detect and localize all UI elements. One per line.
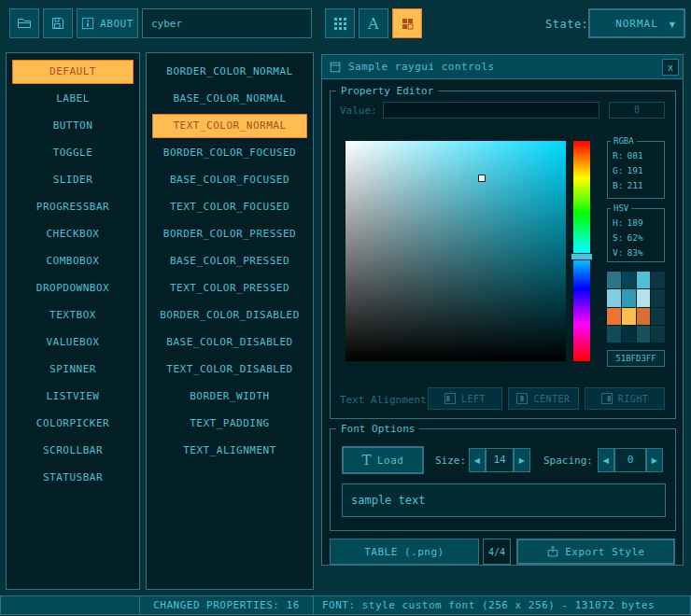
list-item-base_color_disabled[interactable]: BASE_COLOR_DISABLED: [152, 330, 307, 355]
save-style-button[interactable]: [43, 8, 73, 38]
hue-bar[interactable]: [573, 141, 590, 361]
arrow-right-icon: ▶: [519, 456, 526, 465]
state-dropdown[interactable]: NORMAL ▼: [588, 8, 685, 38]
color-swatch[interactable]: [651, 272, 665, 288]
export-style-button[interactable]: Export Style: [516, 539, 675, 565]
list-item-checkbox[interactable]: CHECKBOX: [12, 222, 134, 246]
size-value[interactable]: 14: [486, 448, 514, 472]
color-swatch[interactable]: [622, 308, 636, 325]
list-item-listview[interactable]: LISTVIEW: [12, 385, 134, 409]
font-options-group: Font Options T Load Size: ◀ 14 ▶ Spacing…: [330, 428, 676, 531]
align-left-icon: [444, 393, 456, 404]
align-center-button[interactable]: CENTER: [508, 387, 579, 410]
h-label: H:: [613, 216, 623, 231]
list-item-scrollbar[interactable]: SCROLLBAR: [12, 439, 134, 463]
align-right-label: RIGHT: [618, 394, 649, 404]
list-item-border_color_disabled[interactable]: BORDER_COLOR_DISABLED: [152, 303, 307, 328]
status-changed-properties: CHANGED PROPERTIES: 16: [139, 595, 314, 615]
list-item-base_color_focused[interactable]: BASE_COLOR_FOCUSED: [152, 168, 307, 192]
b-value: 211: [627, 178, 642, 193]
color-swatch[interactable]: [651, 308, 665, 325]
list-item-border_color_normal[interactable]: BORDER_COLOR_NORMAL: [152, 60, 307, 84]
load-style-button[interactable]: [9, 8, 39, 38]
list-item-colorpicker[interactable]: COLORPICKER: [12, 412, 134, 436]
value-slider[interactable]: [383, 102, 599, 119]
list-item-base_color_pressed[interactable]: BASE_COLOR_PRESSED: [152, 249, 307, 273]
list-item-text_alignment[interactable]: TEXT_ALIGNMENT: [152, 439, 307, 463]
rgba-group: RGBA R:081 G:191 B:211: [607, 141, 665, 199]
chevron-down-icon: ▼: [670, 21, 676, 29]
list-item-progressbar[interactable]: PROGRESSBAR: [12, 195, 134, 219]
size-label: Size:: [435, 455, 466, 467]
list-item-default[interactable]: DEFAULT: [12, 60, 134, 84]
list-item-label[interactable]: LABEL: [12, 87, 134, 111]
spacing-increase-button[interactable]: ▶: [646, 448, 663, 472]
color-swatch[interactable]: [651, 289, 665, 306]
export-icon: [546, 545, 559, 558]
about-label: ABOUT: [100, 18, 134, 30]
spacing-decrease-button[interactable]: ◀: [598, 448, 614, 472]
color-swatch[interactable]: [637, 289, 651, 306]
list-item-text_color_disabled[interactable]: TEXT_COLOR_DISABLED: [152, 357, 307, 382]
color-swatch[interactable]: [607, 326, 621, 343]
size-increase-button[interactable]: ▶: [514, 448, 530, 472]
property-editor-label: Property Editor: [336, 85, 438, 97]
align-left-button[interactable]: LEFT: [428, 387, 502, 410]
table-png-label: TABLE (.png): [364, 546, 444, 558]
align-left-label: LEFT: [461, 394, 486, 404]
font-load-button[interactable]: T Load: [342, 446, 424, 474]
list-item-toggle[interactable]: TOGGLE: [12, 141, 134, 165]
color-swatch[interactable]: [637, 326, 651, 343]
color-swatch[interactable]: [622, 326, 636, 343]
list-item-valuebox[interactable]: VALUEBOX: [12, 330, 134, 355]
hue-handle[interactable]: [571, 253, 593, 260]
color-swatch[interactable]: [651, 326, 665, 343]
size-decrease-button[interactable]: ◀: [469, 448, 486, 472]
list-item-border_color_focused[interactable]: BORDER_COLOR_FOCUSED: [152, 141, 307, 165]
font-button[interactable]: A: [359, 8, 388, 38]
hex-color-input[interactable]: [607, 350, 665, 367]
color-swatch[interactable]: [607, 289, 621, 306]
color-swatch[interactable]: [607, 308, 621, 325]
close-button[interactable]: x: [662, 59, 679, 76]
sample-text-input[interactable]: [342, 483, 666, 517]
list-item-text_color_focused[interactable]: TEXT_COLOR_FOCUSED: [152, 195, 307, 219]
color-swatch[interactable]: [637, 308, 651, 325]
align-center-icon: [516, 393, 528, 404]
list-item-text_color_normal[interactable]: TEXT_COLOR_NORMAL: [152, 114, 307, 138]
table-png-button[interactable]: TABLE (.png): [330, 539, 479, 565]
list-item-border_width[interactable]: BORDER_WIDTH: [152, 385, 307, 409]
controls-list: DEFAULTLABELBUTTONTOGGLESLIDERPROGRESSBA…: [6, 52, 140, 590]
color-marker[interactable]: [478, 175, 486, 182]
list-item-statusbar[interactable]: STATUSBAR: [12, 466, 134, 490]
list-item-dropdownbox[interactable]: DROPDOWNBOX: [12, 276, 134, 301]
style-name-input[interactable]: [142, 8, 312, 38]
color-swatch[interactable]: [622, 272, 636, 288]
status-empty: [0, 595, 140, 615]
window-titlebar[interactable]: Sample raygui controls: [322, 55, 683, 79]
list-item-button[interactable]: BUTTON: [12, 114, 134, 138]
list-item-border_color_pressed[interactable]: BORDER_COLOR_PRESSED: [152, 222, 307, 246]
list-item-text_color_pressed[interactable]: TEXT_COLOR_PRESSED: [152, 276, 307, 301]
window-title: Sample raygui controls: [348, 61, 495, 73]
color-swatch[interactable]: [637, 272, 651, 288]
about-button[interactable]: ABOUT: [77, 8, 138, 38]
list-item-text_padding[interactable]: TEXT_PADDING: [152, 412, 307, 436]
export-style-label: Export Style: [565, 546, 644, 558]
style-table-button[interactable]: [325, 8, 355, 38]
list-item-textbox[interactable]: TEXTBOX: [12, 303, 134, 328]
floppy-save-icon: [50, 16, 65, 31]
value-label: Value:: [340, 105, 377, 117]
align-right-button[interactable]: RIGHT: [585, 387, 665, 410]
color-swatch[interactable]: [607, 272, 621, 288]
spacing-value[interactable]: 0: [614, 448, 646, 472]
list-item-slider[interactable]: SLIDER: [12, 168, 134, 192]
list-item-base_color_normal[interactable]: BASE_COLOR_NORMAL: [152, 87, 307, 111]
r-value: 081: [627, 148, 642, 163]
list-item-combobox[interactable]: COMBOBOX: [12, 249, 134, 273]
grid-icon: [333, 17, 347, 31]
palette-button[interactable]: [392, 8, 422, 38]
color-gradient-panel[interactable]: [346, 141, 566, 361]
list-item-spinner[interactable]: SPINNER: [12, 357, 134, 382]
color-swatch[interactable]: [622, 289, 636, 306]
